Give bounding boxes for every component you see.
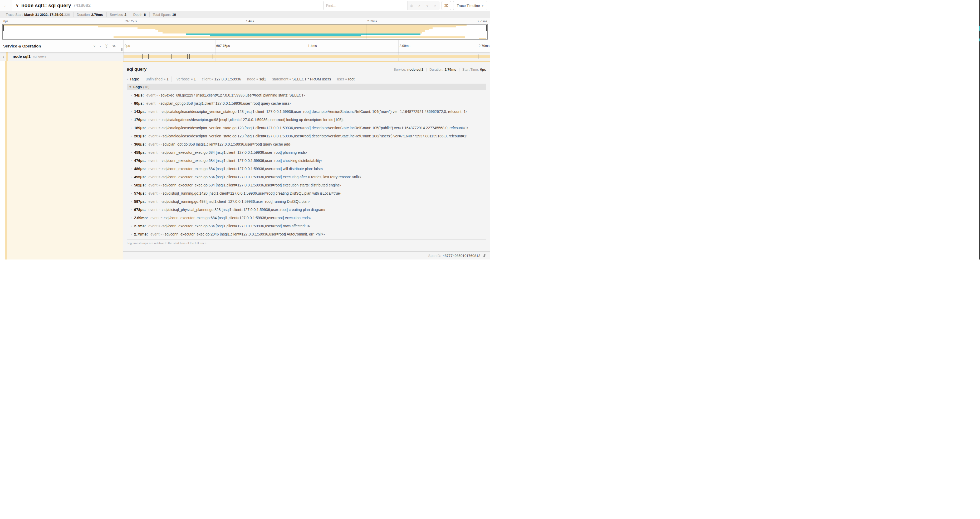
log-marker-tick[interactable] xyxy=(184,54,184,59)
log-field-value: ‹sql/plan_opt.go:358 [nsql1,client=127.0… xyxy=(161,142,291,146)
find-buttons: ◎ ∧ ∨ × xyxy=(407,1,439,10)
log-row[interactable]: › 2.7ms: event = ‹sql/conn_executor_exec… xyxy=(127,222,486,230)
tag-item[interactable]: user = root xyxy=(334,77,357,82)
tag-item[interactable]: client = 127.0.0.1:59936 xyxy=(199,77,244,82)
log-marker-tick[interactable] xyxy=(142,54,143,59)
log-rows: › 34μs: event = ‹sql/exec_util.go:2297 [… xyxy=(127,90,486,238)
log-row[interactable]: › 597μs: event = ‹sql/distsql_running.go… xyxy=(127,197,486,206)
log-time: 142μs: xyxy=(134,109,146,114)
logs-header[interactable]: ∨ Logs (18) xyxy=(127,84,486,90)
find-locate-icon[interactable]: ◎ xyxy=(407,1,415,10)
equals-sign: = xyxy=(159,134,161,138)
log-row[interactable]: › 201μs: event = ‹sql/catalog/lease/desc… xyxy=(127,132,486,140)
span-row-timeline[interactable] xyxy=(123,52,490,61)
tag-key: user xyxy=(337,77,344,81)
span-row-name-column[interactable]: ∨ node sql1 sql query xyxy=(0,52,123,61)
log-marker-tick[interactable] xyxy=(478,54,479,59)
log-row[interactable]: › 486μs: event = ‹sql/conn_executor_exec… xyxy=(127,164,486,173)
chevron-right-icon: › xyxy=(130,167,132,171)
tags-row[interactable]: › Tags: _unfinished = 1 _verbose = 1 cli… xyxy=(127,75,486,83)
tag-item[interactable]: _verbose = 1 xyxy=(172,77,199,82)
collapse-one-icon[interactable]: ∨ xyxy=(93,44,96,48)
equals-sign: = xyxy=(159,200,161,203)
tag-item[interactable]: _unfinished = 1 xyxy=(141,77,171,82)
log-row[interactable]: › 459μs: event = ‹sql/conn_executor_exec… xyxy=(127,148,486,156)
minimap-gridline xyxy=(124,24,124,39)
command-icon: ⌘ xyxy=(444,3,449,8)
log-marker-tick[interactable] xyxy=(186,54,186,59)
log-time: 80μs: xyxy=(134,101,144,105)
span-row[interactable]: ∨ node sql1 sql query xyxy=(0,52,490,61)
back-arrow-icon: ← xyxy=(3,3,8,8)
log-marker-tick[interactable] xyxy=(477,54,477,59)
log-row[interactable]: › 366μs: event = ‹sql/plan_opt.go:358 [n… xyxy=(127,140,486,148)
equals-sign: = xyxy=(159,167,161,171)
find-clear-icon[interactable]: × xyxy=(431,1,439,10)
log-row[interactable]: › 34μs: event = ‹sql/exec_util.go:2297 [… xyxy=(127,91,486,99)
log-row[interactable]: › 142μs: event = ‹sql/catalog/lease/desc… xyxy=(127,107,486,115)
log-row[interactable]: › 2.69ms: event = ‹sql/conn_executor_exe… xyxy=(127,214,486,222)
keyboard-shortcuts-button[interactable]: ⌘ xyxy=(442,1,451,10)
log-row[interactable]: › 574μs: event = ‹sql/distsql_running.go… xyxy=(127,189,486,197)
log-row[interactable]: › 80μs: event = ‹sql/plan_opt.go:358 [ns… xyxy=(127,99,486,107)
log-marker-tick[interactable] xyxy=(189,54,190,59)
log-row[interactable]: › 476μs: event = ‹sql/conn_executor_exec… xyxy=(127,156,486,164)
log-field-key: event xyxy=(146,93,156,97)
span-duration-bar[interactable] xyxy=(124,55,490,58)
link-icon[interactable] xyxy=(482,254,486,258)
ruler-tick-label: 2.79ms xyxy=(479,44,490,48)
log-marker-tick[interactable] xyxy=(213,54,213,59)
log-field-key: event xyxy=(150,216,159,220)
minimap-left-drag-handle[interactable] xyxy=(3,25,4,31)
log-marker-tick[interactable] xyxy=(148,54,149,59)
log-marker-tick[interactable] xyxy=(187,54,188,59)
log-marker-tick[interactable] xyxy=(202,54,202,59)
log-row[interactable]: › 678μs: event = ‹sql/distsql_physical_p… xyxy=(127,206,486,214)
find-next-icon[interactable]: ∨ xyxy=(423,1,431,10)
row-collapse-icon[interactable]: ∨ xyxy=(2,55,5,58)
equals-sign: = xyxy=(256,77,258,81)
find-prev-icon[interactable]: ∧ xyxy=(415,1,423,10)
log-marker-tick[interactable] xyxy=(134,54,134,59)
minimap-span-bar xyxy=(479,38,486,39)
log-row[interactable]: › 176μs: event = ‹sql/catalog/descs/desc… xyxy=(127,115,486,124)
equals-sign: = xyxy=(159,110,161,113)
log-field-value: ‹sql/conn_executor_exec.go:684 [nsql1,cl… xyxy=(163,216,311,220)
chevron-right-icon: › xyxy=(130,102,132,105)
log-marker-tick[interactable] xyxy=(150,54,150,59)
log-field-key: event xyxy=(148,183,157,187)
chevron-right-icon: › xyxy=(130,200,132,203)
minimap-ruler: 0μs697.75μs1.4ms2.09ms2.79ms xyxy=(0,18,490,24)
tag-item[interactable]: statement = SELECT * FROM users xyxy=(269,77,334,82)
find-input[interactable] xyxy=(323,1,407,10)
equals-sign: = xyxy=(159,175,161,179)
equals-sign: = xyxy=(345,77,347,81)
expand-one-icon[interactable]: › xyxy=(100,44,101,48)
equals-sign: = xyxy=(164,77,165,81)
log-marker-tick[interactable] xyxy=(189,54,189,59)
collapse-all-icon[interactable]: ≫ xyxy=(105,44,108,48)
log-row[interactable]: › 2.79ms: event = ‹sql/conn_executor_exe… xyxy=(127,230,486,238)
equals-sign: = xyxy=(156,102,158,105)
header-collapse-icon[interactable]: ∨ xyxy=(16,3,19,8)
minimap-right-drag-handle[interactable] xyxy=(486,25,487,31)
log-row[interactable]: › 502μs: event = ‹sql/conn_executor_exec… xyxy=(127,181,486,189)
meta-value: node sql1 xyxy=(407,67,423,72)
minimap-canvas[interactable] xyxy=(2,24,488,40)
column-resizer-grip[interactable] xyxy=(121,48,123,51)
tag-item[interactable]: node = sql1 xyxy=(244,77,269,82)
log-marker-tick[interactable] xyxy=(199,54,199,59)
log-time: 476μs: xyxy=(134,158,146,163)
tag-value: 1 xyxy=(167,77,169,81)
log-marker-tick[interactable] xyxy=(490,54,490,59)
log-field-value: ‹sql/catalog/descs/descriptor.go:98 [nsq… xyxy=(161,118,344,122)
summary-item: Services 2 xyxy=(107,13,130,17)
log-row[interactable]: › 189μs: event = ‹sql/catalog/lease/desc… xyxy=(127,124,486,132)
expand-all-icon[interactable]: ≫ xyxy=(112,44,116,48)
log-time: 189μs: xyxy=(134,126,146,130)
log-row[interactable]: › 495μs: event = ‹sql/conn_executor_exec… xyxy=(127,173,486,181)
back-button[interactable]: ← xyxy=(0,0,12,11)
span-detail-panel: sql query Service: node sql1 Duration: 2… xyxy=(123,62,490,251)
equals-sign: = xyxy=(159,224,161,228)
view-dropdown-button[interactable]: Trace Timeline ∨ xyxy=(453,1,487,10)
